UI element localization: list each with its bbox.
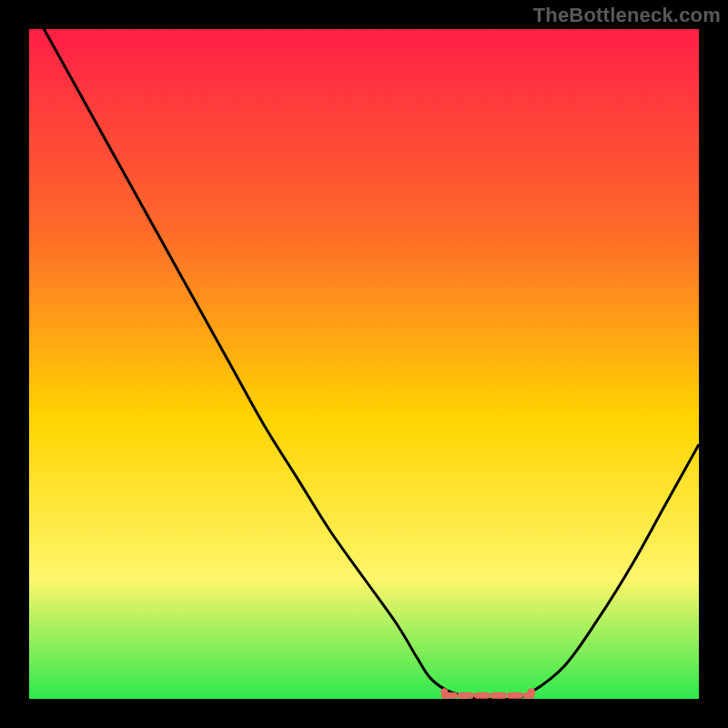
chart-area bbox=[29, 29, 699, 699]
watermark-text: TheBottleneck.com bbox=[533, 4, 721, 27]
app-frame: TheBottleneck.com bbox=[0, 0, 728, 728]
svg-point-6 bbox=[440, 688, 448, 695]
svg-point-7 bbox=[528, 688, 535, 695]
gradient-background bbox=[29, 29, 699, 699]
bottleneck-curve-chart bbox=[29, 29, 699, 699]
